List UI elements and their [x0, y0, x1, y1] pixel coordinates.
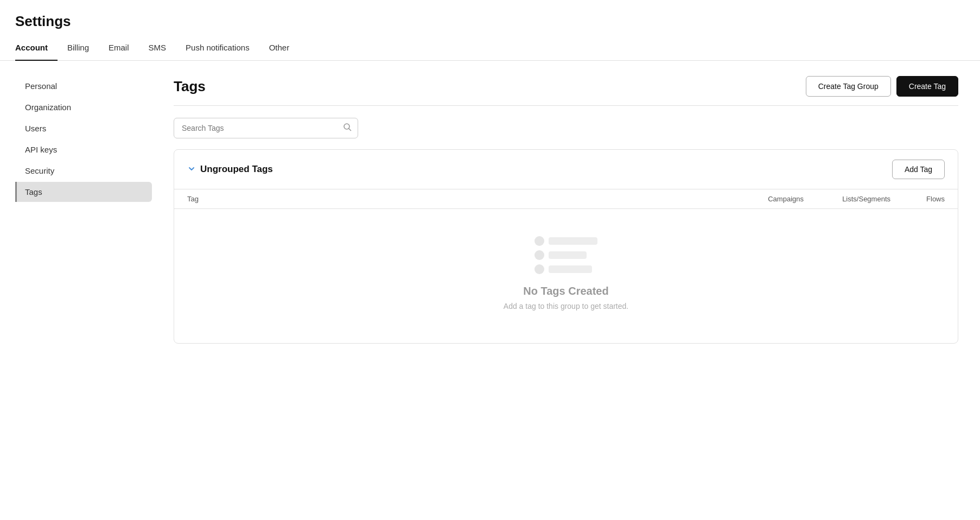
col-header-flows: Flows: [890, 195, 945, 203]
tab-email[interactable]: Email: [99, 35, 139, 61]
header-divider: [174, 105, 958, 106]
empty-row-1: [534, 236, 597, 246]
empty-row-2: [534, 250, 587, 260]
sidebar: Personal Organization Users API keys Sec…: [0, 61, 152, 516]
empty-state-title: No Tags Created: [523, 285, 608, 297]
empty-bar-3: [549, 265, 592, 273]
tags-title: Tags: [174, 78, 206, 95]
chevron-down-icon[interactable]: [187, 164, 196, 175]
search-input[interactable]: [174, 118, 358, 138]
col-header-tag: Tag: [187, 195, 728, 203]
sidebar-item-security[interactable]: Security: [15, 161, 152, 181]
page-title: Settings: [0, 0, 980, 30]
ungrouped-title-row: Ungrouped Tags: [187, 164, 273, 175]
empty-state: No Tags Created Add a tag to this group …: [174, 209, 958, 343]
tags-header: Tags Create Tag Group Create Tag: [174, 76, 958, 97]
create-tag-group-button[interactable]: Create Tag Group: [806, 76, 891, 97]
sidebar-item-api-keys[interactable]: API keys: [15, 139, 152, 160]
create-tag-button[interactable]: Create Tag: [896, 76, 958, 97]
empty-illustration: [534, 236, 597, 274]
empty-dot-1: [534, 236, 544, 246]
col-header-lists-segments: Lists/Segments: [804, 195, 890, 203]
col-header-campaigns: Campaigns: [728, 195, 804, 203]
empty-bar-2: [549, 251, 587, 259]
tab-other[interactable]: Other: [259, 35, 300, 61]
tab-sms[interactable]: SMS: [139, 35, 176, 61]
tags-card: Ungrouped Tags Add Tag Tag Campaigns Lis…: [174, 149, 958, 344]
sidebar-item-tags[interactable]: Tags: [15, 182, 152, 202]
content-area: Tags Create Tag Group Create Tag: [152, 61, 980, 516]
empty-bar-1: [549, 237, 597, 245]
empty-state-subtitle: Add a tag to this group to get started.: [504, 302, 628, 310]
ungrouped-tags-title: Ungrouped Tags: [200, 164, 273, 175]
top-nav: Account Billing Email SMS Push notificat…: [0, 35, 980, 61]
sidebar-item-personal[interactable]: Personal: [15, 76, 152, 96]
empty-dot-3: [534, 264, 544, 274]
sidebar-item-users[interactable]: Users: [15, 118, 152, 138]
empty-dot-2: [534, 250, 544, 260]
main-layout: Personal Organization Users API keys Sec…: [0, 61, 980, 516]
search-wrapper: [174, 118, 358, 138]
tab-push-notifications[interactable]: Push notifications: [176, 35, 259, 61]
tags-table-header: Tag Campaigns Lists/Segments Flows: [174, 189, 958, 209]
tags-header-buttons: Create Tag Group Create Tag: [806, 76, 958, 97]
sidebar-item-organization[interactable]: Organization: [15, 97, 152, 117]
tab-account[interactable]: Account: [15, 35, 58, 61]
tags-card-header: Ungrouped Tags Add Tag: [174, 150, 958, 189]
empty-row-3: [534, 264, 592, 274]
tab-billing[interactable]: Billing: [58, 35, 99, 61]
add-tag-button[interactable]: Add Tag: [892, 160, 945, 179]
